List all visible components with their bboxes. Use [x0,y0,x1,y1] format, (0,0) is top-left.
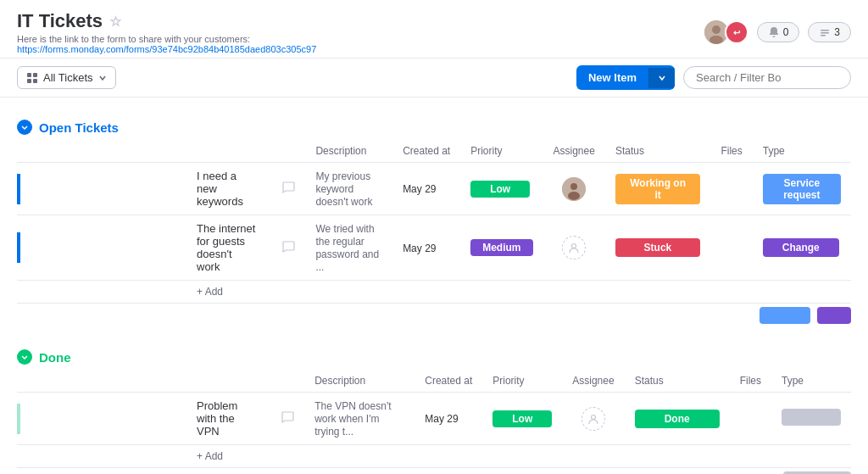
ticket-name: Problem with the VPN [197,399,257,438]
activity-button[interactable]: 3 [808,22,851,42]
date-text: May 29 [403,183,436,195]
priority-cell[interactable]: Low [460,163,542,215]
content-area: Open Tickets Description Created at Prio… [0,114,868,474]
add-row[interactable]: + Add [17,281,851,304]
priority-badge: Low [470,181,530,198]
row-indicator-cell [17,163,186,215]
type-badge: Change [763,238,839,257]
new-item-label: New Item [576,65,648,90]
type-cell[interactable]: Service request [753,163,851,215]
priority-cell[interactable]: Medium [460,215,542,281]
comment-icon [281,243,295,256]
comment-cell[interactable] [268,215,305,281]
ticket-name-group: Problem with the VPN [197,399,257,438]
status-badge: Done [635,410,720,428]
type-placeholder [782,409,841,426]
svg-rect-7 [33,73,37,77]
toolbar-left: All Tickets [17,66,116,89]
page-title-group: IT Tickets ☆ [17,10,316,32]
done-group: Done Description Created at Priority Ass… [17,344,851,474]
add-label[interactable]: + Add [186,281,851,304]
add-row[interactable]: + Add [17,445,851,468]
avatar-group: ↩ [703,19,748,46]
new-item-button[interactable]: New Item [576,65,675,90]
type-cell[interactable]: Change [753,215,851,281]
svg-rect-5 [821,35,826,36]
table-row[interactable]: The internet for guests doesn't work We … [17,215,851,281]
col-type: Type [771,370,851,393]
priority-badge: Medium [470,239,532,256]
status-badge: Stuck [615,238,700,257]
row-indicator-bar [17,232,20,263]
svg-rect-3 [821,30,829,31]
description-text: The VPN doesn't work when I'm trying t..… [314,400,391,438]
assignee-cell-inner [554,177,595,201]
view-label: All Tickets [43,71,93,84]
done-group-title: Done [39,350,71,365]
new-item-chevron[interactable] [648,68,675,88]
notifications-button[interactable]: 0 [757,22,800,42]
description-cell: We tried with the regular password and .… [305,215,392,281]
comment-svg [281,181,295,194]
status-cell[interactable]: Done [625,393,730,445]
col-name [186,140,268,163]
col-created-at: Created at [392,140,460,163]
top-right: ↩ 0 3 [703,19,851,46]
svg-rect-6 [27,73,31,77]
status-cell[interactable]: Stuck [605,215,711,281]
form-url-link[interactable]: https://forms.monday.com/forms/93e74bc92… [17,44,316,54]
col-description: Description [305,140,392,163]
col-indicator [17,140,186,163]
view-selector-button[interactable]: All Tickets [17,66,116,89]
top-left: IT Tickets ☆ Here is the link to the for… [17,10,316,54]
ticket-name: The internet for guests doesn't work [197,222,258,273]
done-group-header[interactable]: Done [17,344,851,370]
page-title: IT Tickets [17,10,103,32]
description-cell: The VPN doesn't work when I'm trying t..… [304,393,415,445]
assignee-cell[interactable] [543,163,605,215]
star-icon[interactable]: ☆ [109,14,121,30]
add-indicator [17,445,186,468]
ticket-name: I need a new keywords [197,170,258,208]
col-assignee: Assignee [543,140,605,163]
avatar-badge[interactable]: ↩ [725,20,748,44]
add-label[interactable]: + Add [186,445,851,468]
col-assignee: Assignee [562,370,624,393]
comment-svg [281,410,294,424]
table-row[interactable]: I need a new keywords My previous keywor… [17,163,851,215]
comment-svg [281,240,295,254]
ticket-name-group: The internet for guests doesn't work [197,222,258,273]
row-indicator-bar [17,174,20,204]
priority-cell[interactable]: Low [482,393,562,445]
table-row[interactable]: Problem with the VPN The VPN doesn't wor… [17,393,851,445]
status-cell[interactable]: Working on it [605,163,711,215]
col-comment [268,140,305,163]
open-tickets-table-wrapper: Description Created at Priority Assignee… [17,140,851,304]
ticket-name-cell: I need a new keywords [186,163,268,215]
open-tickets-header[interactable]: Open Tickets [17,114,851,140]
col-status: Status [605,140,711,163]
date-text: May 29 [403,243,436,254]
files-cell [710,163,752,215]
toolbar: All Tickets New Item [0,59,868,98]
col-files: Files [730,370,771,393]
assignee-cell[interactable] [543,215,605,281]
col-files: Files [710,140,752,163]
open-tickets-title: Open Tickets [39,120,119,135]
description-text: We tried with the regular password and .… [315,223,379,273]
top-bar: IT Tickets ☆ Here is the link to the for… [0,0,868,59]
description-text: My previous keyword doesn't work [315,170,372,208]
files-cell [730,393,771,445]
comment-cell[interactable] [267,393,304,445]
svg-point-2 [709,36,723,44]
person-placeholder-icon [587,413,599,425]
done-tickets-table: Description Created at Priority Assignee… [17,370,851,468]
ticket-name-group: I need a new keywords [197,170,258,208]
svg-rect-4 [821,32,829,34]
notifications-icon [768,26,780,38]
assignee-cell[interactable] [562,393,624,445]
person-placeholder-icon [568,242,580,254]
comment-cell[interactable] [268,163,305,215]
svg-point-14 [591,415,595,419]
search-input[interactable] [683,66,851,89]
